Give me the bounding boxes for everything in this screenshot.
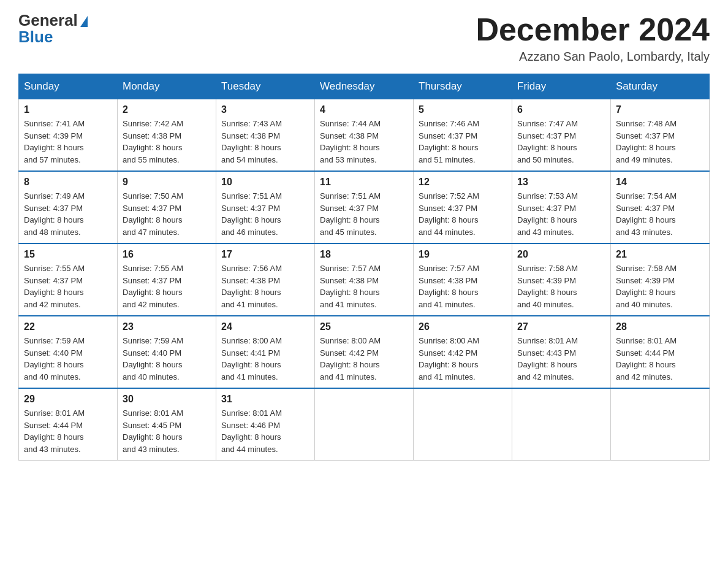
table-row: 20 Sunrise: 7:58 AMSunset: 4:39 PMDaylig… [512,243,611,316]
day-info: Sunrise: 8:01 AMSunset: 4:44 PMDaylight:… [24,407,112,455]
table-row: 16 Sunrise: 7:55 AMSunset: 4:37 PMDaylig… [118,243,216,316]
day-info: Sunrise: 7:57 AMSunset: 4:38 PMDaylight:… [320,262,408,310]
day-number: 4 [320,104,408,115]
day-info: Sunrise: 7:43 AMSunset: 4:38 PMDaylight:… [221,118,309,166]
day-info: Sunrise: 7:50 AMSunset: 4:37 PMDaylight:… [123,190,211,238]
day-number: 3 [221,104,309,115]
logo: General Blue [18,12,88,45]
day-info: Sunrise: 7:41 AMSunset: 4:39 PMDaylight:… [24,118,112,166]
day-info: Sunrise: 7:47 AMSunset: 4:37 PMDaylight:… [517,118,605,166]
calendar-week-row: 8 Sunrise: 7:49 AMSunset: 4:37 PMDayligh… [19,171,710,243]
day-info: Sunrise: 7:53 AMSunset: 4:37 PMDaylight:… [517,190,605,238]
table-row: 22 Sunrise: 7:59 AMSunset: 4:40 PMDaylig… [19,316,118,388]
day-info: Sunrise: 7:56 AMSunset: 4:38 PMDaylight:… [221,262,309,310]
table-row: 4 Sunrise: 7:44 AMSunset: 4:38 PMDayligh… [315,99,414,172]
table-row: 18 Sunrise: 7:57 AMSunset: 4:38 PMDaylig… [315,243,414,316]
table-row: 27 Sunrise: 8:01 AMSunset: 4:43 PMDaylig… [512,316,611,388]
day-number: 1 [24,104,112,115]
day-info: Sunrise: 7:48 AMSunset: 4:37 PMDaylight:… [616,118,704,166]
day-number: 27 [517,321,605,332]
table-row: 11 Sunrise: 7:51 AMSunset: 4:37 PMDaylig… [315,171,414,243]
location: Azzano San Paolo, Lombardy, Italy [476,50,710,64]
day-info: Sunrise: 7:55 AMSunset: 4:37 PMDaylight:… [123,262,211,310]
day-info: Sunrise: 8:00 AMSunset: 4:42 PMDaylight:… [419,335,507,383]
day-info: Sunrise: 7:49 AMSunset: 4:37 PMDaylight:… [24,190,112,238]
day-number: 24 [221,321,309,332]
calendar-table: Sunday Monday Tuesday Wednesday Thursday… [18,74,710,461]
table-row: 14 Sunrise: 7:54 AMSunset: 4:37 PMDaylig… [611,171,710,243]
day-info: Sunrise: 7:59 AMSunset: 4:40 PMDaylight:… [123,335,211,383]
table-row: 30 Sunrise: 8:01 AMSunset: 4:45 PMDaylig… [118,388,216,461]
logo-triangle-icon [80,16,88,27]
col-header-thursday: Thursday [414,74,512,99]
day-info: Sunrise: 8:01 AMSunset: 4:43 PMDaylight:… [517,335,605,383]
day-info: Sunrise: 7:46 AMSunset: 4:37 PMDaylight:… [419,118,507,166]
day-number: 30 [123,394,211,405]
col-header-saturday: Saturday [611,74,710,99]
day-info: Sunrise: 7:44 AMSunset: 4:38 PMDaylight:… [320,118,408,166]
day-number: 28 [616,321,704,332]
logo-text: General [18,12,88,29]
day-info: Sunrise: 7:58 AMSunset: 4:39 PMDaylight:… [616,262,704,310]
day-number: 31 [221,394,309,405]
day-number: 16 [123,249,211,260]
page-header: General Blue December 2024 Azzano San Pa… [18,12,710,64]
calendar-week-row: 29 Sunrise: 8:01 AMSunset: 4:44 PMDaylig… [19,388,710,461]
calendar-header-row: Sunday Monday Tuesday Wednesday Thursday… [19,74,710,99]
table-row: 7 Sunrise: 7:48 AMSunset: 4:37 PMDayligh… [611,99,710,172]
table-row: 10 Sunrise: 7:51 AMSunset: 4:37 PMDaylig… [216,171,315,243]
day-number: 6 [517,104,605,115]
col-header-tuesday: Tuesday [216,74,315,99]
table-row: 26 Sunrise: 8:00 AMSunset: 4:42 PMDaylig… [414,316,512,388]
table-row: 3 Sunrise: 7:43 AMSunset: 4:38 PMDayligh… [216,99,315,172]
day-number: 21 [616,249,704,260]
day-info: Sunrise: 8:00 AMSunset: 4:42 PMDaylight:… [320,335,408,383]
calendar-week-row: 1 Sunrise: 7:41 AMSunset: 4:39 PMDayligh… [19,99,710,172]
day-info: Sunrise: 7:55 AMSunset: 4:37 PMDaylight:… [24,262,112,310]
table-row: 2 Sunrise: 7:42 AMSunset: 4:38 PMDayligh… [118,99,216,172]
day-info: Sunrise: 7:58 AMSunset: 4:39 PMDaylight:… [517,262,605,310]
table-row: 31 Sunrise: 8:01 AMSunset: 4:46 PMDaylig… [216,388,315,461]
day-number: 5 [419,104,507,115]
day-number: 11 [320,177,408,188]
table-row: 13 Sunrise: 7:53 AMSunset: 4:37 PMDaylig… [512,171,611,243]
table-row [315,388,414,461]
day-number: 29 [24,394,112,405]
table-row: 24 Sunrise: 8:00 AMSunset: 4:41 PMDaylig… [216,316,315,388]
table-row: 15 Sunrise: 7:55 AMSunset: 4:37 PMDaylig… [19,243,118,316]
table-row: 6 Sunrise: 7:47 AMSunset: 4:37 PMDayligh… [512,99,611,172]
table-row: 29 Sunrise: 8:01 AMSunset: 4:44 PMDaylig… [19,388,118,461]
day-info: Sunrise: 7:59 AMSunset: 4:40 PMDaylight:… [24,335,112,383]
day-info: Sunrise: 8:01 AMSunset: 4:46 PMDaylight:… [221,407,309,455]
day-info: Sunrise: 8:00 AMSunset: 4:41 PMDaylight:… [221,335,309,383]
table-row: 8 Sunrise: 7:49 AMSunset: 4:37 PMDayligh… [19,171,118,243]
day-number: 2 [123,104,211,115]
table-row: 1 Sunrise: 7:41 AMSunset: 4:39 PMDayligh… [19,99,118,172]
day-number: 15 [24,249,112,260]
table-row: 17 Sunrise: 7:56 AMSunset: 4:38 PMDaylig… [216,243,315,316]
day-number: 7 [616,104,704,115]
title-block: December 2024 Azzano San Paolo, Lombardy… [476,12,710,64]
table-row: 5 Sunrise: 7:46 AMSunset: 4:37 PMDayligh… [414,99,512,172]
day-number: 17 [221,249,309,260]
day-number: 23 [123,321,211,332]
calendar-week-row: 22 Sunrise: 7:59 AMSunset: 4:40 PMDaylig… [19,316,710,388]
logo-general: General [18,11,78,29]
day-number: 13 [517,177,605,188]
table-row: 23 Sunrise: 7:59 AMSunset: 4:40 PMDaylig… [118,316,216,388]
day-number: 26 [419,321,507,332]
day-info: Sunrise: 7:51 AMSunset: 4:37 PMDaylight:… [221,190,309,238]
table-row: 21 Sunrise: 7:58 AMSunset: 4:39 PMDaylig… [611,243,710,316]
table-row: 9 Sunrise: 7:50 AMSunset: 4:37 PMDayligh… [118,171,216,243]
day-info: Sunrise: 8:01 AMSunset: 4:44 PMDaylight:… [616,335,704,383]
day-number: 18 [320,249,408,260]
table-row [512,388,611,461]
day-number: 9 [123,177,211,188]
day-number: 19 [419,249,507,260]
month-title: December 2024 [476,12,710,47]
calendar-week-row: 15 Sunrise: 7:55 AMSunset: 4:37 PMDaylig… [19,243,710,316]
col-header-wednesday: Wednesday [315,74,414,99]
day-number: 14 [616,177,704,188]
col-header-friday: Friday [512,74,611,99]
day-info: Sunrise: 7:57 AMSunset: 4:38 PMDaylight:… [419,262,507,310]
